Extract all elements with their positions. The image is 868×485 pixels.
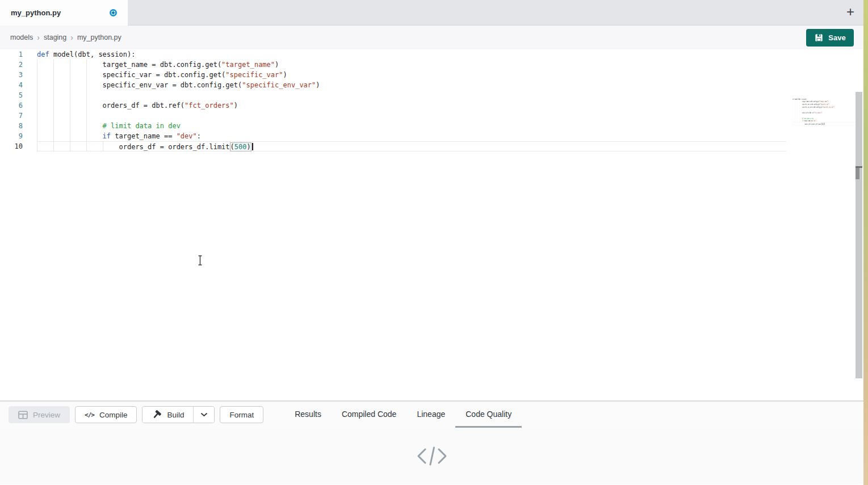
code-line[interactable] (37, 111, 786, 121)
indent-guide (53, 142, 54, 151)
code-line[interactable] (37, 90, 786, 100)
tab-compiled-code-label: Compiled Code (342, 410, 397, 419)
indent-guide (70, 60, 70, 70)
vertical-scrollbar[interactable] (856, 92, 862, 378)
indent-guide (70, 80, 70, 90)
tab-code-quality-label: Code Quality (466, 410, 511, 419)
indent-guide (37, 142, 37, 151)
indent-guide (37, 80, 37, 90)
breadcrumb-staging: staging (44, 33, 66, 41)
minimap[interactable]: def model(dbt, session):target_name = db… (792, 98, 861, 125)
breadcrumb: models › staging › my_python.py Save (0, 26, 863, 49)
indent-guide (37, 131, 37, 141)
indent-guide (53, 60, 54, 70)
code-line[interactable]: # limit data in dev (37, 121, 786, 131)
tab-lineage-label: Lineage (417, 410, 445, 419)
indent-guide (70, 121, 70, 131)
line-number: 2 (0, 60, 23, 70)
indent-guide (103, 142, 103, 151)
indent-guide (53, 90, 54, 100)
code-line[interactable]: target_name = dbt.config.get("target_nam… (37, 60, 786, 70)
tab-results-label: Results (295, 410, 321, 419)
code-line[interactable]: orders_df = dbt.ref("fct_orders") (37, 100, 786, 111)
indent-guide (70, 70, 70, 80)
tab-title: my_python.py (11, 9, 61, 17)
save-button[interactable]: Save (806, 29, 854, 47)
breadcrumb-models: models (10, 33, 33, 41)
indent-guide (86, 60, 87, 70)
line-number: 10 (0, 141, 23, 151)
code-line[interactable]: if target_name == "dev": (37, 131, 786, 141)
indent-guide (86, 80, 87, 90)
chevron-right-icon: › (37, 33, 40, 42)
code-line[interactable]: def model(dbt, session): (37, 49, 786, 60)
line-number: 5 (0, 90, 23, 100)
indent-guide (86, 142, 87, 151)
indent-guide (53, 131, 54, 141)
save-label: Save (828, 33, 845, 42)
indent-guide (37, 90, 37, 100)
preview-label: Preview (33, 411, 60, 419)
compile-label: Compile (99, 411, 128, 419)
line-number-gutter: 12345678910 (0, 49, 23, 151)
tab-compiled-code[interactable]: Compiled Code (332, 402, 407, 428)
ide-window: my_python.py + models › staging › my_pyt… (0, 0, 863, 485)
code-editor[interactable]: 12345678910 def model(dbt, session):targ… (0, 49, 863, 401)
indent-guide (37, 70, 37, 80)
preview-button[interactable]: Preview (9, 406, 70, 423)
code-icon: </> (85, 411, 94, 419)
indent-guide (53, 111, 54, 121)
line-number: 8 (0, 121, 23, 131)
line-number: 4 (0, 80, 23, 90)
indent-guide (70, 142, 70, 151)
scrollbar-thumb[interactable] (856, 168, 859, 179)
text-ibeam-cursor (196, 255, 204, 266)
indent-guide (53, 100, 54, 111)
compile-button[interactable]: </> Compile (75, 406, 137, 423)
indent-guide (86, 131, 87, 141)
tab-code-quality[interactable]: Code Quality (455, 402, 522, 428)
bottom-toolbar: Preview </> Compile Build (0, 401, 863, 428)
build-split-button: Build (142, 406, 215, 423)
indent-guide (86, 90, 87, 100)
tab-lineage[interactable]: Lineage (406, 402, 455, 428)
build-label: Build (167, 411, 184, 419)
indent-guide (86, 111, 87, 121)
chevron-down-icon (200, 412, 208, 417)
indent-guide (53, 80, 54, 90)
line-number: 7 (0, 111, 23, 121)
indent-guide (70, 131, 70, 141)
chevron-right-icon: › (70, 33, 73, 42)
tab-results[interactable]: Results (284, 402, 332, 428)
indent-guide (70, 111, 70, 121)
code-icon (414, 444, 450, 468)
indent-guide (53, 121, 54, 131)
code-line[interactable]: specific_var = dbt.config.get("specific_… (37, 70, 786, 80)
indent-guide (70, 90, 70, 100)
breadcrumb-file: my_python.py (77, 33, 121, 41)
new-tab-button[interactable]: + (842, 3, 859, 20)
build-options-button[interactable] (193, 407, 214, 423)
indent-guide (37, 121, 37, 131)
line-number: 9 (0, 131, 23, 141)
tab-my-python-py[interactable]: my_python.py (0, 0, 128, 26)
results-panel (0, 428, 863, 484)
save-icon (814, 33, 824, 43)
indent-guide (70, 100, 70, 111)
desktop-edge-strip (863, 0, 868, 485)
code-line[interactable]: orders_df = orders_df.limit(500) (792, 123, 861, 125)
table-icon (18, 411, 28, 419)
line-number: 3 (0, 70, 23, 80)
indent-guide (37, 111, 37, 121)
format-label: Format (229, 411, 254, 419)
code-content[interactable]: def model(dbt, session):target_name = db… (37, 49, 786, 151)
code-line[interactable]: orders_df = orders_df.limit(500) (37, 141, 786, 151)
build-button[interactable]: Build (142, 407, 193, 423)
indent-guide (86, 100, 87, 111)
format-button[interactable]: Format (220, 406, 263, 423)
indent-guide (37, 60, 37, 70)
result-tabs: Results Compiled Code Lineage Code Quali… (284, 402, 522, 428)
plus-icon: + (846, 5, 854, 19)
line-number: 6 (0, 100, 23, 111)
code-line[interactable]: specific_env_var = dbt.config.get("speci… (37, 80, 786, 90)
